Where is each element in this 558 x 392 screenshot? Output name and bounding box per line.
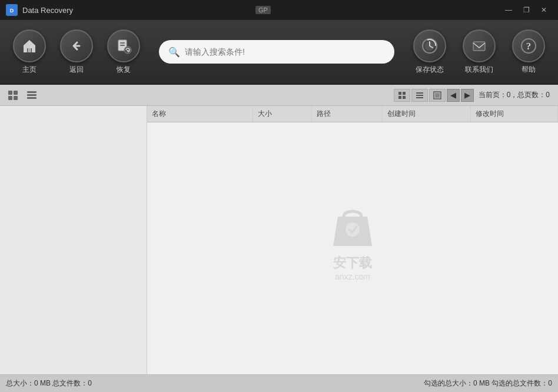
svg-rect-17 — [27, 94, 36, 96]
contact-button[interactable]: 联系我们 — [456, 25, 503, 78]
back-button[interactable]: 返回 — [53, 25, 100, 78]
statusbar: 总大小：0 MB 总文件数：0 勾选的总大小：0 MB 勾选的总文件数：0 — [0, 374, 558, 392]
home-button[interactable]: 主页 — [6, 25, 53, 78]
svg-rect-21 — [398, 96, 401, 99]
right-toolbar-buttons: 保存状态 联系我们 ? 帮助 — [406, 25, 552, 78]
home-icon — [13, 29, 46, 62]
watermark-text: 安下载 — [333, 254, 372, 272]
svg-rect-9 — [473, 42, 485, 51]
svg-rect-25 — [416, 97, 423, 98]
table-header: 名称 大小 路径 创建时间 修改时间 — [147, 106, 558, 122]
svg-point-28 — [346, 222, 360, 237]
svg-rect-24 — [416, 95, 423, 96]
save-state-button[interactable]: 保存状态 — [406, 25, 453, 78]
gp-badge: GP — [255, 6, 271, 14]
recover-label: 恢复 — [117, 65, 131, 75]
list-view-icon[interactable] — [24, 87, 40, 104]
back-label: 返回 — [69, 65, 84, 75]
col-header-created: 创建时间 — [383, 106, 471, 122]
view-controls: ◀ ▶ 当前页：0，总页数：0 — [394, 89, 553, 102]
svg-rect-12 — [8, 91, 12, 95]
svg-rect-18 — [27, 97, 36, 99]
prev-page-button[interactable]: ◀ — [447, 89, 460, 102]
next-page-button[interactable]: ▶ — [461, 89, 474, 102]
svg-rect-2 — [28, 48, 31, 52]
status-left: 总大小：0 MB 总文件数：0 — [6, 378, 92, 388]
home-label: 主页 — [22, 65, 36, 75]
main-area: 名称 大小 路径 创建时间 修改时间 安下载 anxz.com — [0, 106, 558, 374]
svg-text:?: ? — [526, 41, 532, 52]
help-icon: ? — [512, 29, 545, 62]
back-icon — [60, 29, 93, 62]
save-state-label: 保存状态 — [416, 65, 444, 75]
app-icon: D — [6, 4, 18, 16]
svg-text:D: D — [10, 8, 14, 14]
check-all-icon[interactable] — [5, 87, 21, 104]
watermark: 安下载 anxz.com — [326, 199, 379, 281]
watermark-sub: anxz.com — [335, 272, 370, 281]
search-area: 🔍 — [159, 40, 394, 64]
svg-rect-15 — [14, 96, 18, 100]
save-state-icon — [413, 29, 446, 62]
app-title: Data Recovery — [22, 6, 252, 15]
help-button[interactable]: ? 帮助 — [505, 25, 552, 78]
search-input[interactable] — [185, 47, 385, 57]
left-panel — [0, 106, 147, 374]
svg-rect-16 — [27, 91, 36, 93]
toolbar: 主页 返回 恢复 🔍 — [0, 20, 558, 85]
close-button[interactable]: ✕ — [536, 4, 552, 16]
watermark-icon — [326, 199, 379, 252]
svg-rect-19 — [398, 92, 401, 95]
contact-label: 联系我们 — [465, 65, 493, 75]
svg-rect-27 — [435, 93, 440, 98]
svg-rect-14 — [14, 91, 18, 95]
right-panel: 名称 大小 路径 创建时间 修改时间 安下载 anxz.com — [147, 106, 558, 374]
search-icon: 🔍 — [168, 46, 180, 58]
thumb-view-button[interactable] — [429, 89, 446, 102]
col-header-path: 路径 — [312, 106, 383, 122]
svg-rect-13 — [8, 96, 12, 100]
svg-rect-23 — [416, 92, 423, 94]
col-header-modified: 修改时间 — [471, 106, 558, 122]
col-header-size: 大小 — [253, 106, 312, 122]
recover-button[interactable]: 恢复 — [100, 25, 147, 78]
svg-rect-22 — [403, 96, 406, 99]
recover-icon — [107, 29, 140, 62]
page-info: 当前页：0，总页数：0 — [479, 90, 550, 100]
grid-view-button[interactable] — [394, 89, 410, 102]
svg-rect-4 — [120, 42, 125, 44]
help-label: 帮助 — [522, 65, 536, 75]
window-controls: — ❐ ✕ — [500, 4, 552, 16]
minimize-button[interactable]: — — [500, 4, 517, 16]
restore-button[interactable]: ❐ — [518, 4, 534, 16]
status-right: 勾选的总大小：0 MB 勾选的总文件数：0 — [424, 378, 552, 388]
col-header-name: 名称 — [147, 106, 253, 122]
contact-icon — [463, 29, 496, 62]
svg-rect-20 — [403, 92, 406, 95]
svg-rect-5 — [120, 45, 125, 46]
detail-view-button[interactable] — [411, 89, 428, 102]
titlebar: D Data Recovery GP — ❐ ✕ — [0, 0, 558, 20]
actionbar: ◀ ▶ 当前页：0，总页数：0 — [0, 85, 558, 106]
